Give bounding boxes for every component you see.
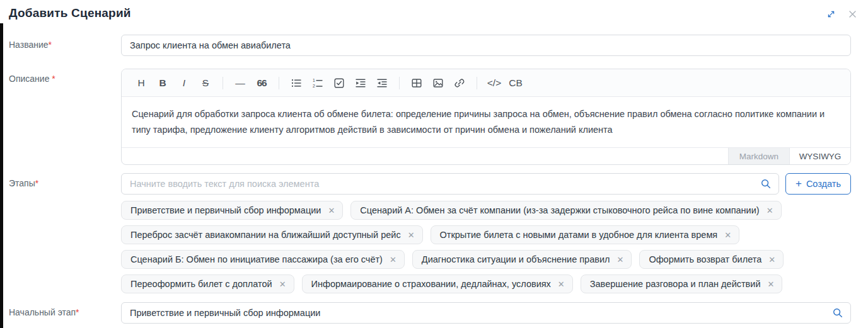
required-asterisk: * [52, 74, 55, 84]
required-asterisk: * [76, 307, 79, 317]
create-stage-button[interactable]: + Создать [785, 173, 851, 195]
remove-stage-icon[interactable]: ✕ [279, 280, 286, 288]
expand-icon[interactable] [825, 8, 836, 20]
bullet-list-icon[interactable] [287, 74, 306, 93]
stage-tag: Диагностика ситуации и объяснение правил… [412, 250, 632, 269]
codeblock-icon[interactable]: CB [506, 74, 525, 93]
editor-toolbar: HBIS—6612</>CB [122, 69, 850, 97]
task-list-icon[interactable] [330, 74, 349, 93]
toolbar-divider [223, 77, 223, 89]
stage-tag: Сценарий Б: Обмен по инициативе пассажир… [121, 250, 405, 269]
stage-tag-label: Переоформить билет с доплатой [130, 279, 272, 289]
description-row: Описание * HBIS—6612</>CB Сценарий для о… [0, 69, 868, 165]
close-icon[interactable] [847, 8, 858, 20]
plus-icon: + [796, 178, 802, 189]
add-scenario-dialog: Добавить Сценарий Название* Описание * [0, 0, 868, 328]
indent-icon[interactable] [351, 74, 370, 93]
heading-icon[interactable]: H [132, 74, 151, 93]
remove-stage-icon[interactable]: ✕ [616, 256, 623, 264]
image-icon[interactable] [429, 74, 448, 93]
stage-tag-label: Завершение разговора и план действий [590, 279, 761, 289]
bold-icon[interactable]: B [153, 74, 172, 93]
name-label: Название* [9, 35, 121, 50]
remove-stage-icon[interactable]: ✕ [768, 280, 775, 288]
ordered-list-icon[interactable]: 12 [308, 74, 327, 93]
stage-tag: Оформить возврат билета✕ [639, 250, 784, 269]
stage-tag: Переброс засчёт авиакомпании на ближайши… [121, 225, 423, 244]
svg-text:2: 2 [313, 84, 315, 88]
remove-stage-icon[interactable]: ✕ [558, 280, 565, 288]
rich-text-editor: HBIS—6612</>CB Сценарий для обработки за… [121, 69, 851, 165]
blockquote-icon[interactable]: 66 [252, 74, 271, 93]
stage-tag-label: Переброс засчёт авиакомпании на ближайши… [130, 230, 401, 240]
toolbar-divider [279, 77, 279, 89]
window-controls [825, 8, 858, 20]
initial-stage-input[interactable] [121, 302, 851, 324]
stage-tag: Переоформить билет с доплатой✕ [121, 274, 294, 293]
svg-text:1: 1 [313, 78, 315, 82]
stage-tag-label: Диагностика ситуации и объяснение правил [422, 254, 610, 264]
stage-tag: Завершение разговора и план действий✕ [581, 274, 783, 293]
horizontal-rule-icon[interactable]: — [231, 74, 250, 93]
tab-wysiwyg[interactable]: WYSIWYG [789, 148, 850, 164]
description-label: Описание * [9, 69, 121, 84]
italic-icon[interactable]: I [175, 74, 194, 93]
toolbar-divider [477, 77, 477, 89]
stage-tag-label: Сценарий Б: Обмен по инициативе пассажир… [130, 254, 383, 264]
stages-search-input[interactable] [121, 173, 779, 195]
table-icon[interactable] [407, 74, 426, 93]
remove-stage-icon[interactable]: ✕ [408, 231, 415, 239]
stages-row: Этапы* + Создать Приветствие и первичный… [0, 173, 868, 293]
link-icon[interactable] [450, 74, 469, 93]
stage-tag-label: Приветствие и первичный сбор информации [130, 205, 321, 215]
code-icon[interactable]: </> [485, 74, 504, 93]
required-asterisk: * [35, 178, 38, 188]
tab-markdown[interactable]: Markdown [728, 148, 789, 164]
editor-content[interactable]: Сценарий для обработки запроса клиента о… [122, 97, 850, 147]
remove-stage-icon[interactable]: ✕ [768, 256, 775, 264]
strike-icon[interactable]: S [196, 74, 215, 93]
left-edge-bar [0, 23, 3, 328]
remove-stage-icon[interactable]: ✕ [390, 256, 396, 264]
page-title: Добавить Сценарий [9, 6, 858, 20]
stage-tag: Открытие билета с новыми датами в удобно… [431, 225, 740, 244]
search-icon[interactable] [832, 307, 843, 319]
stage-tags: Приветствие и первичный сбор информации✕… [121, 201, 851, 293]
required-asterisk: * [49, 40, 52, 50]
stages-label: Этапы* [9, 173, 121, 188]
stage-tag-label: Сценарий А: Обмен за счёт компании (из-з… [360, 205, 759, 215]
stage-tag: Сценарий А: Обмен за счёт компании (из-з… [350, 201, 781, 220]
initial-stage-row: Начальный этап* [0, 302, 868, 324]
remove-stage-icon[interactable]: ✕ [767, 206, 773, 215]
stage-tag-label: Открытие билета с новыми датами в удобно… [440, 230, 718, 240]
initial-stage-label: Начальный этап* [9, 302, 121, 317]
remove-stage-icon[interactable]: ✕ [724, 231, 731, 239]
name-row: Название* [0, 35, 868, 56]
create-stage-label: Создать [806, 179, 841, 189]
stage-tag-label: Информаирование о страховании, дедлайнах… [311, 279, 551, 289]
search-icon[interactable] [760, 178, 772, 189]
name-input[interactable] [121, 35, 851, 56]
editor-mode-switch: Markdown WYSIWYG [122, 147, 850, 164]
stage-tag: Информаирование о страховании, дедлайнах… [302, 274, 573, 293]
toolbar-divider [399, 77, 400, 89]
dialog-header: Добавить Сценарий [0, 0, 868, 28]
stage-tag-label: Оформить возврат билета [649, 254, 761, 264]
outdent-icon[interactable] [373, 74, 391, 93]
remove-stage-icon[interactable]: ✕ [328, 206, 335, 215]
stage-tag: Приветствие и первичный сбор информации✕ [121, 201, 343, 220]
